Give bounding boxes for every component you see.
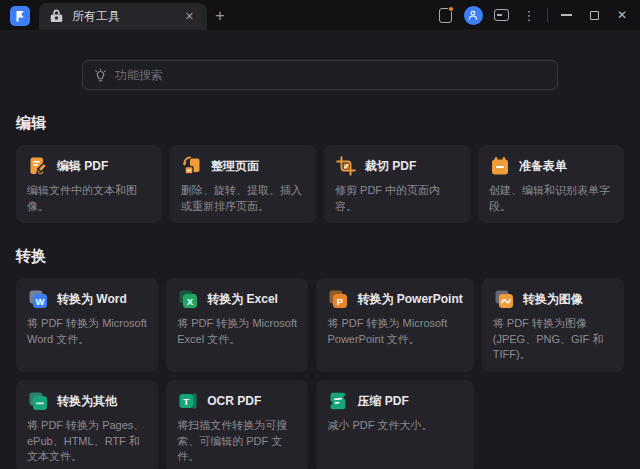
tab-label: 所有工具 bbox=[72, 8, 174, 25]
tool-card-convert-other[interactable]: 转换为其他 将 PDF 转换为 Pages、ePub、HTML、RTF 和文本文… bbox=[16, 380, 158, 469]
tab-all-tools[interactable]: 所有工具 ✕ bbox=[39, 3, 207, 30]
whats-new-button[interactable] bbox=[431, 0, 459, 30]
compress-pdf-icon bbox=[327, 390, 349, 412]
card-title: 准备表单 bbox=[519, 158, 567, 175]
crop-pdf-icon bbox=[335, 155, 357, 177]
tool-card-crop-pdf[interactable]: 裁切 PDF 修剪 PDF 中的页面内容。 bbox=[324, 145, 470, 223]
section-转换: 转换 W 转换为 Word 将 PDF 转换为 Microsoft Word 文… bbox=[16, 247, 624, 469]
svg-text:X: X bbox=[187, 296, 194, 307]
card-head: T OCR PDF bbox=[177, 390, 297, 412]
card-head: 整理页面 bbox=[181, 155, 305, 177]
maximize-button[interactable] bbox=[580, 0, 608, 30]
card-head: P 转换为 PowerPoint bbox=[327, 288, 462, 310]
minimize-button[interactable] bbox=[552, 0, 580, 30]
account-button[interactable] bbox=[459, 0, 487, 30]
pdfelement-flag-glyph bbox=[14, 10, 26, 22]
menu-button[interactable]: ⋮ bbox=[515, 0, 543, 30]
tool-card-convert-word[interactable]: W 转换为 Word 将 PDF 转换为 Microsoft Word 文件。 bbox=[16, 278, 158, 372]
minimize-icon bbox=[561, 14, 572, 16]
convert-image-icon bbox=[493, 288, 515, 310]
section-编辑: 编辑 编辑 PDF 编辑文件中的文本和图像。 整理页面 删除、旋转、提取、插入或… bbox=[16, 114, 624, 223]
card-description: 将 PDF 转换为 Pages、ePub、HTML、RTF 和文本文件。 bbox=[27, 418, 147, 465]
tool-card-convert-powerpoint[interactable]: P 转换为 PowerPoint 将 PDF 转换为 Microsoft Pow… bbox=[316, 278, 473, 372]
card-description: 将 PDF 转换为 Microsoft Word 文件。 bbox=[27, 316, 147, 347]
close-button[interactable]: ✕ bbox=[608, 0, 636, 30]
tool-card-compress-pdf[interactable]: 压缩 PDF 减小 PDF 文件大小。 bbox=[316, 380, 473, 469]
card-grid: W 转换为 Word 将 PDF 转换为 Microsoft Word 文件。 … bbox=[16, 278, 624, 469]
card-description: 将 PDF 转换为 Microsoft Excel 文件。 bbox=[177, 316, 297, 347]
card-title: 裁切 PDF bbox=[365, 158, 416, 175]
maximize-icon bbox=[590, 11, 599, 20]
card-description: 创建、编辑和识别表单字段。 bbox=[489, 183, 613, 214]
section-title: 编辑 bbox=[16, 114, 624, 133]
card-description: 删除、旋转、提取、插入或重新排序页面。 bbox=[181, 183, 305, 214]
tool-card-edit-pdf[interactable]: 编辑 PDF 编辑文件中的文本和图像。 bbox=[16, 145, 162, 223]
close-icon: ✕ bbox=[617, 8, 627, 22]
card-title: 整理页面 bbox=[211, 158, 259, 175]
svg-text:P: P bbox=[337, 296, 344, 307]
tool-card-prepare-form[interactable]: 准备表单 创建、编辑和识别表单字段。 bbox=[478, 145, 624, 223]
card-description: 将扫描文件转换为可搜索、可编辑的 PDF 文件。 bbox=[177, 418, 297, 465]
edit-pdf-icon bbox=[27, 155, 49, 177]
card-description: 将 PDF 转换为 Microsoft PowerPoint 文件。 bbox=[327, 316, 462, 347]
notification-dot bbox=[448, 6, 454, 12]
card-title: 转换为 Excel bbox=[207, 291, 278, 308]
organize-pages-icon bbox=[181, 155, 203, 177]
card-description: 减小 PDF 文件大小。 bbox=[327, 418, 462, 434]
card-title: 转换为 Word bbox=[57, 291, 127, 308]
tool-card-convert-excel[interactable]: X 转换为 Excel 将 PDF 转换为 Microsoft Excel 文件… bbox=[166, 278, 308, 372]
whats-new-icon bbox=[439, 8, 452, 23]
card-grid: 编辑 PDF 编辑文件中的文本和图像。 整理页面 删除、旋转、提取、插入或重新排… bbox=[16, 145, 624, 223]
card-title: OCR PDF bbox=[207, 394, 261, 408]
tool-card-organize-pages[interactable]: 整理页面 删除、旋转、提取、插入或重新排序页面。 bbox=[170, 145, 316, 223]
avatar bbox=[464, 6, 483, 25]
ocr-pdf-icon: T bbox=[177, 390, 199, 412]
card-title: 编辑 PDF bbox=[57, 158, 108, 175]
app-logo-icon[interactable] bbox=[10, 6, 30, 26]
tab-close-icon[interactable]: ✕ bbox=[182, 9, 197, 24]
toolbox-icon bbox=[49, 9, 64, 24]
card-title: 转换为图像 bbox=[523, 291, 583, 308]
convert-powerpoint-icon: P bbox=[327, 288, 349, 310]
new-tab-button[interactable]: + bbox=[207, 3, 233, 29]
feedback-dash bbox=[497, 14, 502, 16]
card-head: 编辑 PDF bbox=[27, 155, 151, 177]
card-title: 压缩 PDF bbox=[357, 393, 408, 410]
titlebar-actions: ⋮ ✕ bbox=[431, 0, 640, 30]
convert-word-icon: W bbox=[27, 288, 49, 310]
card-title: 转换为 PowerPoint bbox=[357, 291, 462, 308]
card-head: 压缩 PDF bbox=[327, 390, 462, 412]
card-head: 转换为其他 bbox=[27, 390, 147, 412]
tools-sections: 编辑 编辑 PDF 编辑文件中的文本和图像。 整理页面 删除、旋转、提取、插入或… bbox=[16, 114, 624, 469]
card-head: 转换为图像 bbox=[493, 288, 613, 310]
card-title: 转换为其他 bbox=[57, 393, 117, 410]
card-description: 将 PDF 转换为图像 (JPEG、PNG、GIF 和 TIFF)。 bbox=[493, 316, 613, 363]
person-icon bbox=[467, 9, 479, 21]
card-head: X 转换为 Excel bbox=[177, 288, 297, 310]
svg-text:W: W bbox=[36, 296, 45, 307]
titlebar-divider bbox=[547, 8, 548, 22]
card-description: 修剪 PDF 中的页面内容。 bbox=[335, 183, 459, 214]
svg-text:T: T bbox=[184, 396, 190, 407]
search-input[interactable] bbox=[115, 68, 547, 82]
tool-card-convert-image[interactable]: 转换为图像 将 PDF 转换为图像 (JPEG、PNG、GIF 和 TIFF)。 bbox=[482, 278, 624, 372]
lightbulb-search-icon bbox=[93, 68, 108, 83]
prepare-form-icon bbox=[489, 155, 511, 177]
convert-excel-icon: X bbox=[177, 288, 199, 310]
section-title: 转换 bbox=[16, 247, 624, 266]
feedback-button[interactable] bbox=[487, 0, 515, 30]
title-bar: 所有工具 ✕ + ⋮ ✕ bbox=[0, 0, 640, 30]
card-description: 编辑文件中的文本和图像。 bbox=[27, 183, 151, 214]
tool-card-ocr-pdf[interactable]: T OCR PDF 将扫描文件转换为可搜索、可编辑的 PDF 文件。 bbox=[166, 380, 308, 469]
card-head: 裁切 PDF bbox=[335, 155, 459, 177]
convert-other-icon bbox=[27, 390, 49, 412]
all-tools-page: 编辑 编辑 PDF 编辑文件中的文本和图像。 整理页面 删除、旋转、提取、插入或… bbox=[0, 60, 640, 469]
card-head: 准备表单 bbox=[489, 155, 613, 177]
feature-search[interactable] bbox=[82, 60, 558, 90]
feedback-icon bbox=[494, 9, 509, 21]
card-head: W 转换为 Word bbox=[27, 288, 147, 310]
kebab-menu-icon: ⋮ bbox=[523, 9, 536, 22]
